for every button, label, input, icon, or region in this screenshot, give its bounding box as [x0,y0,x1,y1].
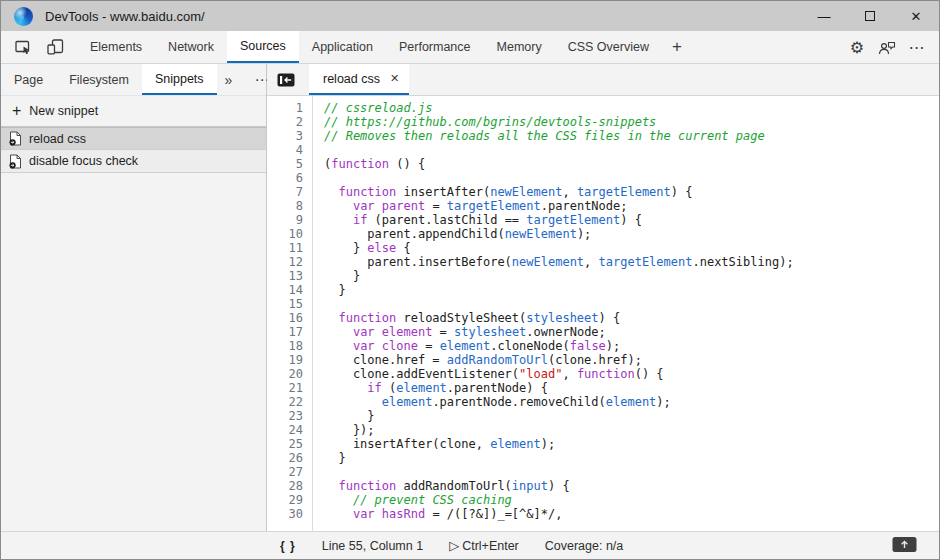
code-line: clone.addEventListener("load", function(… [324,367,939,381]
devtools-toolbar: ElementsNetworkSourcesApplicationPerform… [1,31,939,64]
tab-application[interactable]: Application [299,31,386,63]
code-line: parent.appendChild(newElement); [324,227,939,241]
navigator-tab-page[interactable]: Page [1,64,56,95]
new-snippet-button[interactable]: + New snippet [1,96,266,127]
code-token: } [324,283,346,297]
run-snippet-button[interactable]: ▷ Ctrl+Enter [449,538,519,553]
line-number-gutter: 1234567891011121314151617181920212223242… [267,96,313,531]
code-token: = [432,325,454,339]
line-number: 7 [267,185,303,199]
code-token: () { [389,157,425,171]
code-token: (parent.lastChild == [367,213,526,227]
code-line: // cssreload.js [324,101,939,115]
code-token: ) { [671,185,693,199]
snippet-item-disable-focus-check[interactable]: disable focus check [1,150,266,173]
editor-tabstrip: reload css ✕ [267,64,939,96]
code-token: .nextSibling); [692,255,793,269]
tab-elements[interactable]: Elements [77,31,155,63]
code-token: function [338,185,396,199]
code-token [324,325,353,339]
snippet-item-reload-css[interactable]: reload css [1,127,266,150]
feedback-icon [878,40,896,55]
code-token: ); [541,437,555,451]
code-token [324,339,353,353]
code-token: function [331,157,389,171]
code-token: ); [577,227,591,241]
device-toolbar-button[interactable] [43,35,67,59]
maximize-button[interactable] [847,1,893,31]
pretty-print-button[interactable]: { } [280,539,296,553]
code-token [324,395,382,409]
navigator-tab-list: PageFilesystemSnippets [1,64,217,95]
code-token: ); [606,339,620,353]
close-icon: ✕ [911,9,922,24]
coverage-status: Coverage: n/a [545,539,624,553]
editor-pane: reload css ✕ 123456789101112131415161718… [267,64,939,531]
code-token: ) { [548,479,570,493]
tab-network[interactable]: Network [155,31,227,63]
new-snippet-label: New snippet [29,104,98,118]
code-token [324,199,353,213]
code-token [324,213,353,227]
more-options-button[interactable]: ⋯ [905,35,929,59]
navigator-tab-snippets[interactable]: Snippets [142,64,217,95]
line-number: 13 [267,269,303,283]
editor-tab-reload-css[interactable]: reload css ✕ [309,64,409,95]
navigator-tab-filesystem[interactable]: Filesystem [56,64,142,95]
line-number: 20 [267,367,303,381]
feedback-button[interactable] [875,35,899,59]
code-token: function [577,367,635,381]
code-token: } [324,241,367,255]
code-line: var hasRnd = /([?&])_=[^&]*/, [324,507,939,521]
statusbar: { } Line 55, Column 1 ▷ Ctrl+Enter Cover… [1,531,939,559]
code-token: .ownerNode; [526,325,605,339]
line-number: 28 [267,479,303,493]
line-number: 19 [267,353,303,367]
code-token: stylesheet [454,325,526,339]
tab-css-overview[interactable]: CSS Overview [555,31,662,63]
code-editor[interactable]: 1234567891011121314151617181920212223242… [267,96,939,531]
more-tabs-button[interactable]: » [217,64,241,95]
code-token: } [324,269,360,283]
code-line: var clone = element.cloneNode(false); [324,339,939,353]
collapse-sidebar-icon [277,73,295,87]
code-token: element [606,395,657,409]
line-number: 5 [267,157,303,171]
code-line: } [324,409,939,423]
line-number: 6 [267,171,303,185]
toolbar-icons [1,31,77,63]
inspect-element-button[interactable] [11,35,35,59]
code-line: parent.insertBefore(newElement, targetEl… [324,255,939,269]
code-token: ) { [599,311,621,325]
code-token: false [570,339,606,353]
tab-sources[interactable]: Sources [227,31,299,63]
add-panel-button[interactable]: + [662,31,692,63]
line-number: 30 [267,507,303,521]
code-token: // Removes then reloads all the CSS file… [324,129,765,143]
braces-icon: { } [280,539,296,553]
gear-icon: ⚙ [850,38,864,57]
tab-close-button[interactable]: ✕ [390,72,399,85]
code-token: hasRnd [375,507,426,521]
settings-button[interactable]: ⚙ [845,35,869,59]
code-line: function insertAfter(newElement, targetE… [324,185,939,199]
code-token: element [490,437,541,451]
code-line: var parent = targetElement.parentNode; [324,199,939,213]
code-token: = [418,339,440,353]
tab-performance[interactable]: Performance [386,31,484,63]
code-token: { [396,241,410,255]
code-token: reloadStyleSheet( [396,311,526,325]
close-button[interactable]: ✕ [893,1,939,31]
show-drawer-button[interactable] [892,536,917,555]
window-title: DevTools - www.baidu.com/ [45,9,205,24]
tab-memory[interactable]: Memory [484,31,555,63]
titlebar: DevTools - www.baidu.com/ — ✕ [1,1,939,31]
hide-navigator-button[interactable] [267,64,305,95]
minimize-button[interactable]: — [801,1,847,31]
code-line: function reloadStyleSheet(stylesheet) { [324,311,939,325]
snippet-label: disable focus check [29,154,138,168]
code-token [324,507,353,521]
code-token: targetElement [447,199,541,213]
navigator-tabs: PageFilesystemSnippets » ⋯ [1,64,266,96]
code-token [324,493,353,507]
